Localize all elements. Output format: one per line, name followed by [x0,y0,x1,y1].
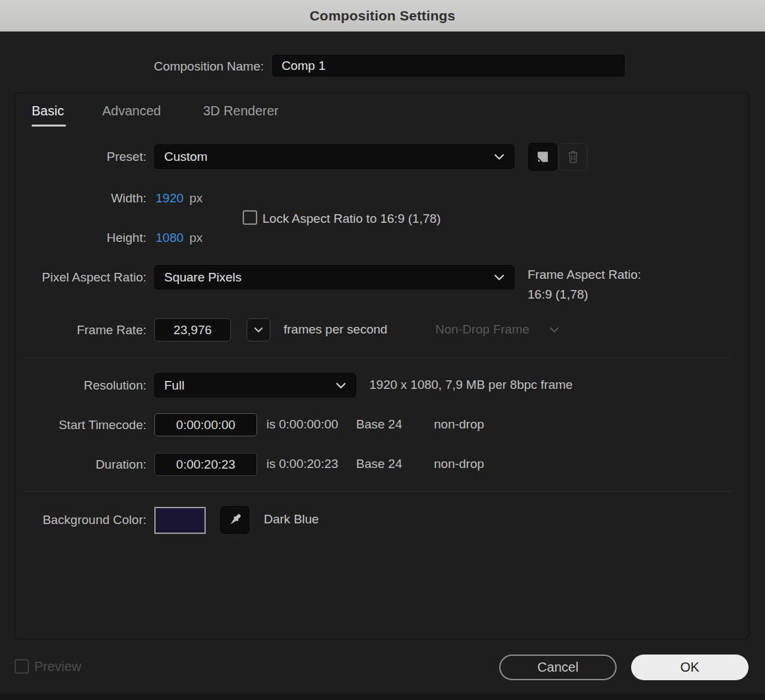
preview-checkbox [15,659,29,674]
duration-base: Base 24 [356,457,402,471]
preset-label: Preset: [7,150,146,164]
chevron-down-icon [549,327,559,333]
background-color-label: Background Color: [7,513,146,527]
delete-preset-button [559,143,588,171]
duration-drop: non-drop [434,457,484,471]
start-timecode-drop: non-drop [434,417,484,431]
save-preset-button[interactable] [528,143,557,171]
background-color-name: Dark Blue [264,512,319,526]
duration-input[interactable] [154,453,257,476]
pixel-aspect-ratio-dropdown[interactable]: Square Pixels [154,265,514,289]
duration-is-text: is 0:00:20:23 [266,457,338,471]
tab-basic[interactable]: Basic [32,103,64,119]
trash-icon [566,150,580,164]
save-preset-icon [536,150,550,164]
width-label: Width: [7,191,146,206]
tab-advanced[interactable]: Advanced [102,103,161,119]
composition-name-label: Composition Name: [106,59,264,74]
lock-aspect-ratio-label: Lock Aspect Ratio to 16:9 (1,78) [262,212,441,225]
start-timecode-is-text: is 0:00:00:00 [266,417,338,431]
preview-label: Preview [34,659,81,674]
chevron-down-icon [494,154,505,160]
lock-aspect-ratio-checkbox[interactable] [243,210,257,225]
drop-frame-dropdown: Non-Drop Frame [435,322,559,337]
width-unit: px [189,191,202,206]
preset-dropdown[interactable]: Custom [154,144,514,169]
tab-basic-underline [32,125,66,127]
eyedropper-button[interactable] [220,506,249,534]
preset-value: Custom [164,150,207,164]
height-label: Height: [7,231,146,245]
dialog-title: Composition Settings [310,8,456,24]
pixel-aspect-ratio-label: Pixel Aspect Ratio: [7,270,146,285]
cancel-button[interactable]: Cancel [499,655,617,680]
start-timecode-input[interactable] [154,413,257,436]
duration-label: Duration: [7,457,146,472]
resolution-dropdown[interactable]: Full [154,373,356,397]
chevron-down-icon [494,274,505,281]
composition-name-input[interactable] [272,55,625,76]
chevron-down-icon [336,382,346,389]
divider [25,491,732,492]
dialog-bottom-edge [0,693,765,700]
tab-3d-renderer[interactable]: 3D Renderer [203,103,279,119]
dialog-titlebar: Composition Settings [0,0,765,32]
drop-frame-value: Non-Drop Frame [435,322,530,337]
resolution-label: Resolution: [7,378,146,393]
composition-settings-dialog: Composition Settings Composition Name: B… [0,0,765,700]
height-unit: px [189,231,202,245]
start-timecode-label: Start Timecode: [7,418,146,432]
chevron-down-icon [254,327,263,333]
resolution-value: Full [164,378,185,393]
ok-button[interactable]: OK [631,655,749,680]
pixel-aspect-ratio-value: Square Pixels [164,270,241,285]
frame-rate-label: Frame Rate: [7,323,146,337]
eyedropper-icon [227,512,243,528]
frame-aspect-ratio-value: 16:9 (1,78) [528,287,588,301]
width-value[interactable]: 1920 [156,191,183,206]
divider [25,358,732,359]
frame-rate-dropdown-button[interactable] [247,318,270,341]
height-value[interactable]: 1080 [156,231,183,245]
resolution-info: 1920 x 1080, 7,9 MB per 8bpc frame [369,378,572,392]
frame-rate-input[interactable] [154,318,231,341]
background-color-swatch[interactable] [154,507,206,534]
frame-rate-unit: frames per second [284,322,387,336]
frame-aspect-ratio-label: Frame Aspect Ratio: [528,268,641,281]
settings-panel [15,92,749,639]
start-timecode-base: Base 24 [356,417,402,431]
